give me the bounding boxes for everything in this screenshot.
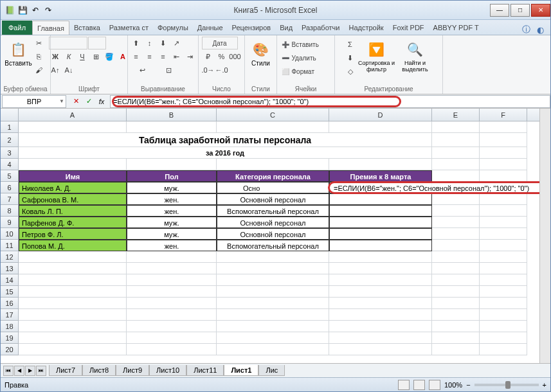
col-header-E[interactable]: E <box>432 109 480 121</box>
formula-bar[interactable]: =ЕСЛИ(И(B6="жен."; C6="Основной персонал… <box>110 95 550 108</box>
table-cell-gender[interactable]: жен. <box>127 205 217 217</box>
row-header[interactable]: 13 <box>1 263 19 274</box>
cell[interactable] <box>480 182 527 193</box>
tab-insert[interactable]: Вставка <box>69 21 105 35</box>
align-center-icon[interactable]: ≡ <box>143 50 156 63</box>
row-header[interactable]: 2 <box>1 133 19 147</box>
cell[interactable] <box>480 193 527 205</box>
tab-data[interactable]: Данные <box>193 21 228 35</box>
decrease-font-icon[interactable]: A↓ <box>62 64 75 76</box>
minimize-ribbon-icon[interactable]: ⓘ <box>521 24 531 35</box>
format-painter-icon[interactable]: 🖌 <box>33 64 46 76</box>
cell[interactable] <box>217 286 329 298</box>
border-button[interactable]: ⊞ <box>89 50 102 63</box>
cell[interactable] <box>127 332 217 344</box>
table-cell-name[interactable]: Коваль Л. П. <box>19 205 127 217</box>
help-icon[interactable]: ◐ <box>535 24 545 35</box>
find-select-button[interactable]: 🔍 Найти и выделить <box>397 37 434 79</box>
sheet-tab[interactable]: Лист8 <box>82 365 116 376</box>
zoom-in-button[interactable]: + <box>543 381 546 389</box>
sheet-nav-prev-icon[interactable]: ◀ <box>14 366 24 376</box>
cell[interactable] <box>480 217 527 228</box>
cells-delete-button[interactable]: ➖Удалить <box>282 51 330 64</box>
cell[interactable] <box>329 263 432 274</box>
cell[interactable] <box>480 263 527 274</box>
tab-abbyy[interactable]: ABBYY PDF T <box>429 21 483 35</box>
col-header-A[interactable]: A <box>19 109 127 121</box>
row-header[interactable]: 6 <box>1 182 19 193</box>
sheet-tab-active[interactable]: Лист1 <box>224 365 258 376</box>
cell[interactable] <box>432 182 480 193</box>
cell[interactable] <box>480 147 527 159</box>
cell[interactable] <box>432 159 480 170</box>
cell[interactable] <box>217 309 329 321</box>
row-header[interactable]: 4 <box>1 159 19 170</box>
cells-format-button[interactable]: ⬜Формат <box>282 65 330 78</box>
cell[interactable] <box>432 286 480 298</box>
cell[interactable] <box>432 298 480 309</box>
cell[interactable] <box>432 133 480 147</box>
table-cell-category[interactable]: Основной персонал <box>217 193 329 205</box>
col-header-D[interactable]: D <box>329 109 432 121</box>
cell[interactable] <box>127 263 217 274</box>
save-icon[interactable]: 💾 <box>17 5 28 15</box>
cell[interactable] <box>127 344 217 355</box>
table-header-cell[interactable]: Имя <box>19 170 127 182</box>
font-size-dropdown[interactable] <box>88 37 106 49</box>
view-page-break-icon[interactable] <box>429 380 440 390</box>
vertical-scrollbar[interactable] <box>539 109 550 363</box>
cell[interactable] <box>480 309 527 321</box>
name-box[interactable]: ВПР ▼ <box>2 95 66 108</box>
cell[interactable] <box>480 332 527 344</box>
decrease-decimal-icon[interactable]: ←.0 <box>215 64 228 76</box>
row-header[interactable]: 8 <box>1 205 19 217</box>
cell[interactable] <box>19 321 127 332</box>
cell[interactable] <box>329 121 432 133</box>
cell[interactable] <box>432 309 480 321</box>
sheet-tab[interactable]: Лист7 <box>49 365 82 376</box>
select-all-corner[interactable] <box>1 109 19 121</box>
cell[interactable] <box>432 193 480 205</box>
cell[interactable] <box>480 228 527 240</box>
cells-insert-button[interactable]: ➕Вставить <box>282 38 330 51</box>
cell[interactable] <box>432 121 480 133</box>
table-cell-bonus[interactable] <box>329 240 432 251</box>
sheet-tab[interactable]: Лист10 <box>149 365 186 376</box>
cell[interactable] <box>217 298 329 309</box>
cell[interactable] <box>217 263 329 274</box>
increase-font-icon[interactable]: A↑ <box>49 64 62 76</box>
merge-button[interactable]: ⊡ <box>156 64 182 76</box>
cell[interactable] <box>480 298 527 309</box>
row-header[interactable]: 5 <box>1 170 19 182</box>
row-header[interactable]: 20 <box>1 344 19 355</box>
row-header[interactable]: 19 <box>1 332 19 344</box>
sheet-tab[interactable]: Лист9 <box>116 365 149 376</box>
cell[interactable] <box>127 121 217 133</box>
cell[interactable] <box>432 240 480 251</box>
row-header[interactable]: 1 <box>1 121 19 133</box>
row-header[interactable]: 10 <box>1 228 19 240</box>
grid-body[interactable]: 1 2Таблица заработной платы персонала 3з… <box>1 121 539 363</box>
tab-home[interactable]: Главная <box>32 21 69 35</box>
cell[interactable] <box>127 286 217 298</box>
cell[interactable] <box>432 147 480 159</box>
maximize-button[interactable]: □ <box>510 4 530 17</box>
cell[interactable] <box>329 298 432 309</box>
view-normal-icon[interactable] <box>398 380 410 390</box>
cell[interactable] <box>127 321 217 332</box>
bold-button[interactable]: Ж <box>49 50 62 63</box>
sheet-tab[interactable]: Лис <box>258 365 285 376</box>
table-cell-bonus[interactable] <box>329 228 432 240</box>
cell[interactable] <box>19 332 127 344</box>
table-cell-category[interactable]: Осно <box>217 182 329 193</box>
cell[interactable] <box>480 170 527 182</box>
cell[interactable] <box>432 205 480 217</box>
table-cell-bonus[interactable] <box>329 193 432 205</box>
zoom-out-button[interactable]: − <box>466 381 470 389</box>
row-header[interactable]: 12 <box>1 251 19 263</box>
percent-icon[interactable]: % <box>215 50 228 63</box>
table-cell-gender[interactable]: жен. <box>127 193 217 205</box>
fill-color-button[interactable]: 🪣 <box>103 50 116 63</box>
cell[interactable] <box>19 121 127 133</box>
table-cell-category[interactable]: Основной персонал <box>217 228 329 240</box>
